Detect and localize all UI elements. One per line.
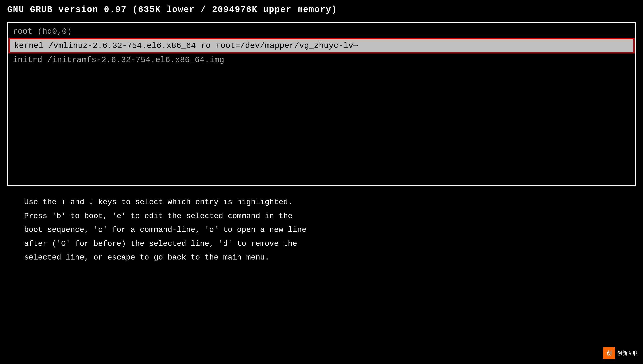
menu-item-kernel[interactable]: kernel /vmlinuz-2.6.32-754.el6.x86_64 ro… <box>9 38 634 54</box>
help-line-2: Press 'b' to boot, 'e' to edit the selec… <box>24 209 619 223</box>
boot-menu[interactable]: root (hd0,0) kernel /vmlinuz-2.6.32-754.… <box>7 22 636 186</box>
watermark: 创 创新互联 <box>603 347 638 359</box>
menu-item-initrd[interactable]: initrd /initramfs-2.6.32-754.el6.x86_64.… <box>8 54 635 66</box>
menu-item-root[interactable]: root (hd0,0) <box>8 25 635 38</box>
help-line-5: selected line, or escape to go back to t… <box>24 250 619 264</box>
title-text: GNU GRUB version 0.97 (635K lower / 2094… <box>7 5 337 15</box>
help-line-1: Use the ↑ and ↓ keys to select which ent… <box>24 195 619 209</box>
help-line-3: boot sequence, 'c' for a command-line, '… <box>24 223 619 237</box>
help-line-4: after ('O' for before) the selected line… <box>24 237 619 251</box>
watermark-icon: 创 <box>603 347 615 359</box>
watermark-text: 创新互联 <box>617 350 638 357</box>
title-bar: GNU GRUB version 0.97 (635K lower / 2094… <box>0 0 643 17</box>
help-text: Use the ↑ and ↓ keys to select which ent… <box>5 188 638 272</box>
main-content: root (hd0,0) kernel /vmlinuz-2.6.32-754.… <box>0 17 643 364</box>
